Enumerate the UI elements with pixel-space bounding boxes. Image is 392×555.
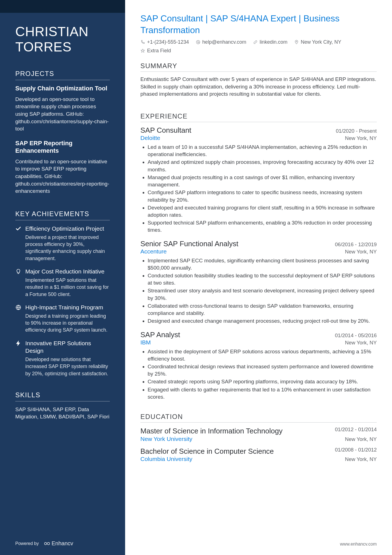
job-location: New York, NY: [345, 340, 377, 346]
achievement: Major Cost Reduction Initiative Implemen…: [15, 268, 110, 298]
enhancv-logo: Enhancv: [43, 540, 73, 547]
education-title: EDUCATION: [140, 413, 377, 421]
job-title: Senior SAP Functional Analyst: [140, 240, 238, 248]
job-dates: 06/2016 - 12/2019: [335, 241, 377, 248]
job-bullet: Designed and executed change management …: [148, 317, 377, 325]
resume-page: CHRISTIAN TORRES PROJECTS Supply Chain O…: [0, 0, 392, 555]
edu-location: New York, NY: [345, 456, 377, 462]
job-bullet: Developed and executed training programs…: [148, 204, 377, 219]
project-desc: Contributed to an open-source initiative…: [15, 158, 110, 195]
edu-school: New York University: [140, 436, 192, 442]
education-item: Bachelor of Science in Computer Science …: [140, 447, 377, 463]
job-location: New York, NY: [345, 249, 377, 255]
job-dates: 01/2014 - 05/2016: [335, 332, 377, 339]
job-bullet: Analyzed and optimized supply chain proc…: [148, 159, 377, 173]
job-title: SAP Analyst: [140, 330, 180, 339]
edu-dates: 01/2008 - 01/2012: [335, 447, 377, 453]
name-last: TORRES: [15, 39, 110, 55]
job: Senior SAP Functional Analyst 06/2016 - …: [140, 240, 377, 325]
job-dates: 01/2020 - Present: [336, 128, 377, 134]
job-company: Deloitte: [140, 135, 160, 141]
achievement-desc: Developed new solutions that increased S…: [25, 356, 110, 377]
lightbulb-icon: [15, 268, 21, 275]
bolt-icon: [15, 340, 21, 346]
name-block: CHRISTIAN TORRES: [15, 24, 110, 55]
contact-phone-text: +1-(234)-555-1234: [147, 39, 189, 45]
job-location: New York, NY: [345, 135, 377, 141]
achievement-title: Efficiency Optimization Project: [25, 225, 110, 232]
achievement-title: Innovative ERP Solutions Design: [25, 339, 110, 355]
job-bullet: Configured SAP platform integrations to …: [148, 189, 377, 203]
contact-email: help@enhancv.com: [196, 39, 246, 45]
job-bullet: Collaborated with cross-functional teams…: [148, 302, 377, 317]
edu-dates: 01/2012 - 01/2014: [335, 426, 377, 433]
sidebar-topbar: [0, 0, 125, 13]
skills-section: SKILLS SAP S/4HANA, SAP ERP, Data Migrat…: [15, 391, 110, 421]
job-bullet: Assisted in the deployment of SAP ERP so…: [148, 348, 377, 362]
project: Supply Chain Optimization Tool Developed…: [15, 85, 110, 132]
divider: [140, 422, 377, 423]
headline: SAP Consultant | SAP S/4HANA Expert | Bu…: [140, 13, 377, 36]
phone-icon: [140, 40, 145, 45]
main-content: SAP Consultant | SAP S/4HANA Expert | Bu…: [125, 0, 392, 555]
summary-title: SUMMARY: [140, 62, 377, 70]
job-bullets: Implemented SAP ECC modules, significant…: [140, 257, 377, 325]
svg-point-2: [197, 41, 199, 43]
globe-icon: [15, 304, 21, 310]
sidebar-content: CHRISTIAN TORRES PROJECTS Supply Chain O…: [0, 13, 125, 535]
link-icon: [253, 40, 258, 45]
skills-text: SAP S/4HANA, SAP ERP, Data Migration, LS…: [15, 406, 110, 421]
job-bullet: Managed dual projects resulting in a cos…: [148, 174, 377, 188]
infinity-icon: [43, 541, 50, 546]
svg-point-3: [296, 41, 297, 42]
star-icon: [140, 48, 145, 53]
projects-section: PROJECTS Supply Chain Optimization Tool …: [15, 70, 110, 201]
job-bullet: Supported technical SAP platform enhance…: [148, 219, 377, 234]
achievements-section: KEY ACHIEVEMENTS Efficiency Optimization…: [15, 210, 110, 383]
contacts: +1-(234)-555-1234 help@enhancv.com linke…: [140, 39, 377, 54]
job-company: IBM: [140, 339, 151, 346]
summary-text: Enthusiastic SAP Consultant with over 5 …: [140, 76, 377, 98]
achievement: Innovative ERP Solutions Design Develope…: [15, 339, 110, 377]
contact-extra-text: Extra Field: [147, 48, 171, 54]
experience-title: EXPERIENCE: [140, 112, 377, 120]
job-bullets: Led a team of 10 in a successful SAP S/4…: [140, 144, 377, 234]
at-icon: [196, 40, 200, 45]
contact-location-text: New York City, NY: [301, 39, 341, 45]
divider: [15, 220, 110, 220]
divider: [15, 401, 110, 401]
brand-label: Enhancv: [52, 540, 73, 547]
experience-section: EXPERIENCE SAP Consultant 01/2020 - Pres…: [140, 112, 377, 406]
svg-point-1: [196, 40, 200, 44]
footer-url: www.enhancv.com: [340, 542, 377, 546]
job: SAP Analyst 01/2014 - 05/2016 IBM New Yo…: [140, 330, 377, 401]
project-title: Supply Chain Optimization Tool: [15, 85, 110, 92]
achievement-desc: Delivered a project that improved proces…: [25, 234, 110, 262]
achievement-desc: Designed a training program leading to 9…: [25, 313, 110, 334]
edu-degree: Master of Science in Information Technol…: [140, 426, 282, 436]
job-bullet: Conducted solution feasibility studies l…: [148, 272, 377, 287]
sidebar-footer: Powered by Enhancv: [0, 535, 125, 555]
contact-linkedin-text: linkedin.com: [260, 39, 287, 45]
contact-linkedin: linkedin.com: [253, 39, 287, 45]
job-bullet: Engaged with clients to gather requireme…: [148, 386, 377, 401]
job-bullets: Assisted in the deployment of SAP ERP so…: [140, 348, 377, 401]
contact-email-text: help@enhancv.com: [202, 39, 246, 45]
contact-phone: +1-(234)-555-1234: [140, 39, 189, 45]
achievement-desc: Implemented SAP solutions that resulted …: [25, 277, 110, 298]
skills-title: SKILLS: [15, 391, 110, 399]
divider: [140, 71, 377, 72]
powered-by-label: Powered by: [15, 541, 39, 546]
sidebar: CHRISTIAN TORRES PROJECTS Supply Chain O…: [0, 0, 125, 555]
job-bullet: Led a team of 10 in a successful SAP S/4…: [148, 144, 377, 158]
edu-location: New York, NY: [345, 436, 377, 442]
project-desc: Developed an open-source tool to streaml…: [15, 96, 110, 133]
projects-title: PROJECTS: [15, 70, 110, 78]
job-company: Accenture: [140, 248, 167, 255]
achievement-title: Major Cost Reduction Initiative: [25, 268, 110, 275]
divider: [140, 122, 377, 122]
project-title: SAP ERP Reporting Enhancements: [15, 139, 110, 155]
main-footer: www.enhancv.com: [140, 542, 377, 547]
job-title: SAP Consultant: [140, 126, 191, 135]
edu-school: Columbia University: [140, 456, 192, 462]
